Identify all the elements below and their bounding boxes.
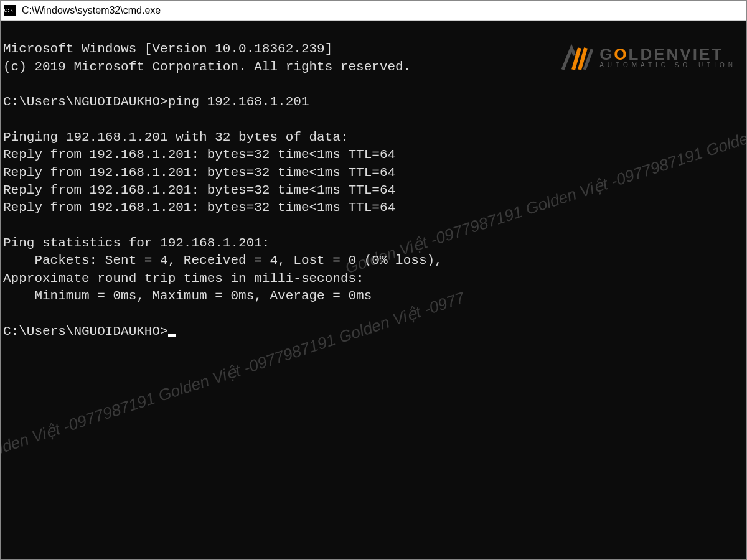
copyright-line: (c) 2019 Microsoft Corporation. All righ…	[3, 60, 411, 74]
cursor	[168, 334, 176, 337]
ping-reply: Reply from 192.168.1.201: bytes=32 time<…	[3, 166, 395, 180]
titlebar[interactable]: C:\Windows\system32\cmd.exe	[1, 1, 746, 21]
rtt-header: Approximate round trip times in milli-se…	[3, 271, 364, 286]
prompt-line: C:\Users\NGUOIDAUKHO>	[3, 324, 168, 338]
stats-packets: Packets: Sent = 4, Received = 4, Lost = …	[3, 253, 443, 268]
command-line: C:\Users\NGUOIDAUKHO>ping 192.168.1.201	[3, 95, 309, 109]
os-version-line: Microsoft Windows [Version 10.0.18362.23…	[3, 42, 332, 56]
cmd-window: C:\Windows\system32\cmd.exe Microsoft Wi…	[0, 0, 747, 560]
cmd-icon	[4, 5, 16, 16]
terminal-area[interactable]: Microsoft Windows [Version 10.0.18362.23…	[1, 21, 746, 559]
stats-header: Ping statistics for 192.168.1.201:	[3, 236, 270, 250]
ping-reply: Reply from 192.168.1.201: bytes=32 time<…	[3, 200, 395, 215]
ping-header: Pinging 192.168.1.201 with 32 bytes of d…	[3, 130, 349, 144]
ping-reply: Reply from 192.168.1.201: bytes=32 time<…	[3, 147, 395, 162]
window-title: C:\Windows\system32\cmd.exe	[22, 5, 161, 16]
ping-reply: Reply from 192.168.1.201: bytes=32 time<…	[3, 183, 395, 197]
rtt-values: Minimum = 0ms, Maximum = 0ms, Average = …	[3, 289, 372, 303]
terminal-output: Microsoft Windows [Version 10.0.18362.23…	[3, 40, 744, 340]
